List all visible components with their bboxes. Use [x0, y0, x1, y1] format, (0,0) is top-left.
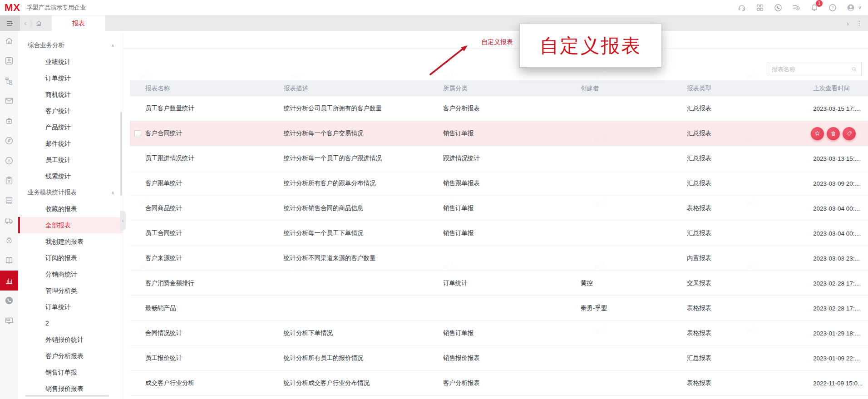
rail-mail-icon[interactable]	[0, 91, 18, 111]
table-row[interactable]: 员工跟进情况统计统计分析每一个员工的客户跟进情况跟进情况统计汇总报表2023-0…	[130, 146, 868, 171]
apps-grid-icon[interactable]	[755, 3, 764, 12]
sidebar-item[interactable]: 商机统计	[18, 86, 123, 103]
sidebar-item[interactable]: 产品统计	[18, 119, 123, 135]
column-header: 报表类型	[687, 84, 813, 93]
bell-icon[interactable]: 1	[810, 3, 819, 12]
chevron-down-icon[interactable]: ∨	[858, 5, 862, 10]
cell-name: 员工合同统计	[130, 229, 284, 237]
table-row[interactable]: 员工合同统计统计分析每一个员工下单情况销售订单报汇总报表2023-03-04 0…	[130, 221, 868, 246]
rail-whatsapp-icon[interactable]	[0, 291, 18, 310]
sidebar-item[interactable]: 客户统计	[18, 103, 123, 119]
phone-circle-icon[interactable]	[774, 3, 783, 12]
headset-icon[interactable]	[737, 3, 746, 12]
cell-name: 员工报价统计	[130, 354, 284, 362]
sidebar-vertical-scrollbar[interactable]	[120, 112, 122, 196]
delete-button[interactable]	[827, 127, 840, 140]
cell-type: 汇总报表	[687, 179, 813, 187]
cell-time: 2023-03-04 00:...	[813, 205, 868, 212]
cell-name: 客户来源统计	[130, 254, 284, 262]
custom-report-link[interactable]: 自定义报表	[481, 38, 513, 46]
sidebar-group-header[interactable]: 综合业务分析∧	[18, 37, 123, 54]
sidebar-item[interactable]: 我创建的报表	[18, 233, 123, 250]
nav-back-icon[interactable]: ‹	[20, 15, 31, 31]
sidebar-item[interactable]: 销售报价报表	[18, 380, 123, 397]
table-row[interactable]: 员工客户数量统计统计分析公司员工所拥有的客户数量客户分析报表汇总报表2023-0…	[130, 96, 868, 121]
tag-button[interactable]	[843, 127, 856, 140]
collapse-caret-icon: ∧	[111, 185, 114, 201]
sidebar-item[interactable]: 外销报价统计	[18, 331, 123, 348]
cell-time: 2023-03-09 20:...	[813, 180, 868, 187]
sidebar-item[interactable]: 邮件统计	[18, 135, 123, 152]
sidebar-item[interactable]: 2	[18, 315, 123, 331]
help-icon[interactable]: ?	[828, 3, 837, 12]
cell-type: 汇总报表	[687, 354, 813, 362]
tab-reports[interactable]: 报表	[52, 15, 105, 31]
cell-creator: 秦勇-孚盟	[581, 304, 687, 312]
table-row[interactable]: 最畅销产品秦勇-孚盟表格报表2023-02-28 17:...	[130, 296, 868, 321]
filter-row	[123, 49, 868, 80]
menu-toggle-icon[interactable]	[0, 15, 20, 31]
rail-truck-icon[interactable]	[0, 211, 18, 231]
report-name-search-input[interactable]	[767, 62, 861, 76]
rail-bag-icon[interactable]	[0, 111, 18, 131]
rail-money-bag-icon[interactable]: ¥	[0, 231, 18, 251]
rail-contact-icon[interactable]	[0, 51, 18, 71]
sidebar-item[interactable]: 管理分析类	[18, 282, 123, 299]
cell-type: 表格报表	[687, 329, 813, 337]
favorite-button[interactable]	[811, 127, 824, 140]
notification-badge: 1	[816, 0, 823, 7]
cell-desc: 统计分析每一个员工的客户跟进情况	[284, 154, 443, 163]
sidebar-horizontal-scrollbar[interactable]	[25, 395, 109, 397]
sidebar-item[interactable]: 销售订单报	[18, 364, 123, 380]
rail-compass-icon[interactable]	[0, 131, 18, 151]
sidebar-item[interactable]: 员工统计	[18, 152, 123, 168]
rail-circle-a-icon[interactable]: A	[0, 151, 18, 171]
table-row[interactable]: 成交客户行业分析统计分析成交客户行业分布情况客户分析报表表格报表2022-11-…	[130, 371, 868, 396]
tab-more-icon[interactable]: ⋮	[856, 20, 863, 27]
svg-text:A: A	[8, 158, 10, 163]
table-row[interactable]: 合同商品统计统计分析销售合同的商品信息销售订单报表格报表2023-03-04 0…	[130, 196, 868, 221]
tabbar-right-controls: › ⋮	[847, 15, 863, 31]
rail-billing-icon[interactable]: $	[0, 171, 18, 191]
rail-bar-chart-icon[interactable]	[0, 271, 18, 291]
table-row[interactable]: 客户来源统计统计分析不同渠道来源的客户数量内置报表2023-03-03 23:.…	[130, 246, 868, 271]
sidebar-item[interactable]: 线索统计	[18, 168, 123, 184]
sidebar-item[interactable]: 订单统计	[18, 299, 123, 315]
cell-name: 客户合同统计	[130, 129, 284, 138]
search-icon[interactable]	[851, 66, 858, 73]
table-row[interactable]: 客户消费金额排行订单统计黄控交叉报表2023-02-28 17:...	[130, 271, 868, 296]
sidebar-group-header[interactable]: 业务模块统计报表∧	[18, 184, 123, 201]
row-checkbox[interactable]	[134, 130, 141, 137]
cell-category: 跟进情况统计	[443, 154, 581, 163]
avatar-icon[interactable]	[846, 3, 855, 12]
table-row[interactable]: 合同情况统计统计分析下单情况销售订单报表格报表2023-01-29 18:...	[130, 321, 868, 346]
rail-receipt-icon[interactable]	[0, 191, 18, 211]
cell-name: 成交客户行业分析	[130, 379, 284, 387]
rail-org-icon[interactable]	[0, 71, 18, 91]
sidebar-item[interactable]: 订单统计	[18, 70, 123, 86]
sidebar-item[interactable]: 全部报表	[18, 217, 123, 233]
table-row[interactable]: 客户合同统计统计分析每一个客户交易情况销售订单报汇总报表	[130, 121, 868, 146]
sidebar-item[interactable]: 订阅的报表	[18, 250, 123, 266]
rail-home-icon[interactable]	[0, 31, 18, 51]
column-header: 上次查看时间	[813, 84, 868, 93]
tab-scroll-right-icon[interactable]: ›	[847, 20, 849, 27]
sidebar-collapse-handle[interactable]: ‹	[120, 211, 126, 231]
cell-category: 销售订单报	[443, 229, 581, 237]
table-row[interactable]: 员工报价统计统计分析所有员工的报价情况销售报价报表汇总报表2023-01-09 …	[130, 346, 868, 371]
sidebar-item[interactable]: 收藏的报表	[18, 201, 123, 217]
report-list-panel: 自定义报表 报表名称报表描述所属分类创建者报表类型上次查看时间 员工客户数量统计…	[123, 31, 868, 399]
rail-book-icon[interactable]	[0, 251, 18, 271]
sidebar-item[interactable]: 分销商统计	[18, 266, 123, 282]
sidebar-item[interactable]: 业绩统计	[18, 54, 123, 70]
home-tab-icon[interactable]	[31, 15, 46, 31]
rail-monitor-icon[interactable]	[0, 310, 18, 330]
task-list-icon[interactable]	[792, 3, 801, 12]
mx-logo: MX	[5, 0, 20, 15]
cell-creator: 黄控	[581, 279, 687, 287]
cell-time: 2023-01-09 22:...	[813, 355, 868, 362]
table-row[interactable]: 客户跟单统计统计分析所有客户的跟单分布情况销售跟单报表汇总报表2023-03-0…	[130, 171, 868, 196]
cell-time: 2022-11-09 15:0...	[813, 380, 868, 387]
cell-category: 客户分析报表	[443, 379, 581, 387]
sidebar-item[interactable]: 客户分析报表	[18, 348, 123, 364]
